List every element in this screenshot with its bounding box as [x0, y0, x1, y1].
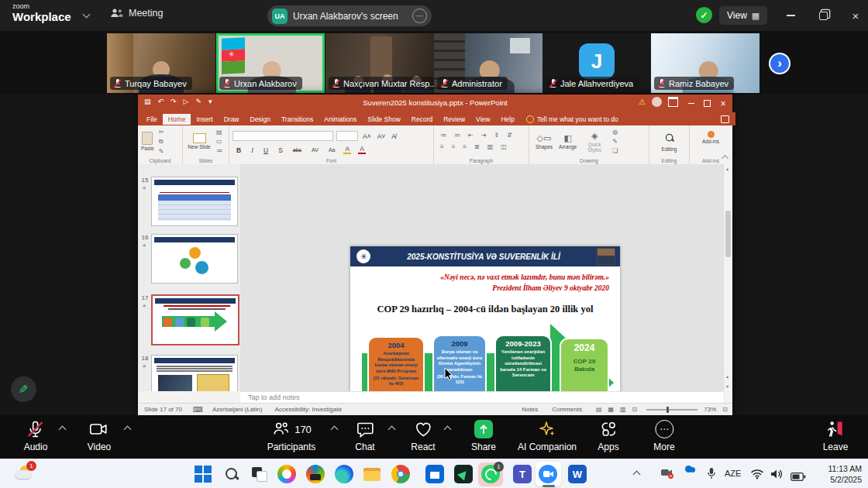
ms-store-icon[interactable] [425, 465, 444, 483]
status-notes-button[interactable]: Notes [522, 406, 538, 413]
view-reading-icon[interactable]: ▥ [620, 406, 626, 413]
pill-more-icon[interactable]: ⋯ [412, 9, 427, 23]
tab-animations[interactable]: Animations [319, 114, 362, 125]
view-slideshow-icon[interactable]: ⊡ [632, 406, 638, 413]
font-size-combo[interactable] [336, 131, 358, 141]
previous-slide-icon[interactable]: ▴ [726, 373, 728, 379]
shapes-button[interactable]: ◇▭Shapes [536, 133, 553, 149]
arrange-button[interactable]: ◧Arrange [559, 133, 577, 149]
next-participants-button[interactable]: › [769, 53, 790, 74]
participant-tile-ramiz[interactable]: Ramiz Babayev [651, 33, 760, 93]
workspace-chevron-icon[interactable] [83, 11, 91, 19]
teams-icon[interactable]: T [513, 465, 532, 483]
tab-slideshow[interactable]: Slide Show [362, 114, 406, 125]
audio-button[interactable]: Audio [24, 420, 48, 452]
bold-button[interactable]: B [235, 146, 243, 154]
highlight-button[interactable]: A [343, 146, 351, 154]
zoom-slider[interactable] [646, 409, 698, 411]
layout-icon[interactable]: ▤ [216, 129, 222, 136]
react-button[interactable]: React [411, 420, 435, 452]
shadow-button[interactable]: S [277, 146, 284, 154]
annotate-button[interactable]: ✎ [11, 376, 36, 402]
ppt-close-button[interactable]: × [716, 98, 730, 109]
status-language[interactable]: Azerbaijani (Latin) [212, 406, 262, 413]
window-restore-button[interactable] [811, 6, 835, 25]
addins-button[interactable]: Add-ins [693, 131, 728, 144]
language-indicator[interactable]: AZE [725, 469, 741, 478]
tab-view[interactable]: View [470, 114, 495, 125]
slide-thumbnail-16[interactable] [151, 234, 238, 284]
justify-icon[interactable]: ≣ [474, 143, 480, 150]
notes-pane[interactable]: Tap to add notes [240, 391, 723, 404]
security-shield-icon[interactable]: ✓ [696, 7, 712, 23]
cut-icon[interactable]: ✂ [159, 129, 164, 136]
columns-icon[interactable]: ▥ [487, 143, 494, 150]
participant-tile-urxan[interactable]: ✳ Urxan Alakbarov [216, 33, 325, 93]
shared-screen-pill[interactable]: UA Urxan Alakbarov's screen ⋯ [267, 5, 432, 26]
quick-styles-button[interactable]: ◈Quick Styles [583, 131, 606, 153]
chat-button[interactable]: Chat [355, 420, 374, 452]
indent-less-icon[interactable]: ⇤ [468, 132, 474, 139]
ppt-restore-button[interactable] [700, 98, 714, 109]
leave-button[interactable]: Leave [823, 420, 849, 452]
shape-fill-icon[interactable]: ◍ [612, 129, 618, 136]
bullets-icon[interactable]: ≔ [440, 132, 446, 139]
tab-record[interactable]: Record [406, 114, 438, 125]
slide-17[interactable]: ✳ 2025-KONSTİTUSİYA VƏ SUVERENLİK İLİ «N… [350, 246, 620, 391]
slide-thumbnail-15[interactable] [151, 177, 238, 226]
volume-icon[interactable] [770, 469, 784, 483]
ribbon-display-options-icon[interactable] [668, 97, 678, 107]
tray-expand-icon[interactable] [633, 471, 641, 479]
view-button[interactable]: View ▦ [719, 6, 767, 25]
tab-insert[interactable]: Insert [191, 114, 218, 125]
taskbar-search-button[interactable] [222, 465, 241, 483]
scrollbar-thumb[interactable] [725, 211, 731, 257]
m365-copilot-icon[interactable] [306, 465, 325, 483]
timeline-box-2009-2023[interactable]: 2009-2023 Yenilənən enerjidən istifadəni… [494, 335, 552, 391]
shrink-font-button[interactable]: A˅ [376, 132, 388, 140]
timeline-box-2004[interactable]: 2004 Azərbaycan Respublikasında bərpa ol… [367, 336, 425, 391]
ai-companion-button[interactable]: AI Companion [518, 420, 577, 452]
clock[interactable]: 11:13 AM 5/2/2025 [828, 464, 862, 485]
tab-design[interactable]: Design [245, 114, 276, 125]
tab-home[interactable]: Home [163, 114, 191, 125]
line-spacing-icon[interactable]: ⇕ [494, 132, 499, 139]
tab-file[interactable]: File [141, 114, 163, 125]
window-close-button[interactable]: × [843, 6, 868, 25]
tellme-box[interactable]: Tell me what you want to do [537, 114, 624, 125]
participant-tile-naxcivan[interactable]: Naxçıvan Muxtar Resp... [326, 33, 434, 93]
editing-button[interactable]: Editing [653, 130, 686, 152]
section-icon[interactable]: ≔ [216, 147, 222, 154]
status-comments-button[interactable]: Comments [552, 406, 582, 413]
vertical-scrollbar[interactable]: ▴ ▴ ▾ [723, 164, 732, 391]
word-icon[interactable]: W [568, 465, 587, 483]
format-painter-icon[interactable]: ✎ [159, 148, 164, 155]
strikethrough-button[interactable]: abc [291, 147, 303, 153]
chrome-icon[interactable] [391, 465, 410, 483]
tab-meeting[interactable]: Meeting [110, 8, 163, 19]
align-left-icon[interactable]: ≡ [440, 143, 444, 150]
font-name-combo[interactable] [232, 131, 333, 141]
next-slide-icon[interactable]: ▾ [726, 383, 728, 389]
participant-tile-jale[interactable]: J Jale Allahverdiyeva [542, 33, 651, 93]
participant-tile-administrator[interactable]: Administrator [434, 33, 542, 93]
font-color-button[interactable]: A [358, 146, 366, 154]
copilot-icon[interactable] [277, 465, 296, 483]
weather-widget[interactable]: 1 [14, 464, 36, 484]
participant-tile-turqay[interactable]: Turqay Babayev [107, 33, 215, 93]
navigator-app-icon[interactable] [454, 465, 473, 483]
grow-font-button[interactable]: A˄ [361, 132, 373, 140]
fit-slide-icon[interactable]: ⊡ [722, 406, 728, 413]
zoom-app-icon[interactable] [539, 465, 557, 483]
whatsapp-icon[interactable]: 1 [481, 465, 500, 483]
smartart-icon[interactable]: ◫ [501, 143, 507, 150]
italic-button[interactable]: I [250, 146, 255, 154]
account-avatar[interactable] [652, 97, 662, 107]
paste-button[interactable]: Paste [141, 132, 154, 151]
underline-button[interactable]: U [262, 146, 270, 154]
new-slide-button[interactable]: New Slide [186, 133, 212, 149]
shape-outline-icon[interactable]: ✎ [612, 138, 618, 145]
window-minimize-button[interactable] [778, 6, 803, 25]
battery-icon[interactable] [790, 470, 806, 484]
tab-help[interactable]: Help [495, 114, 519, 125]
